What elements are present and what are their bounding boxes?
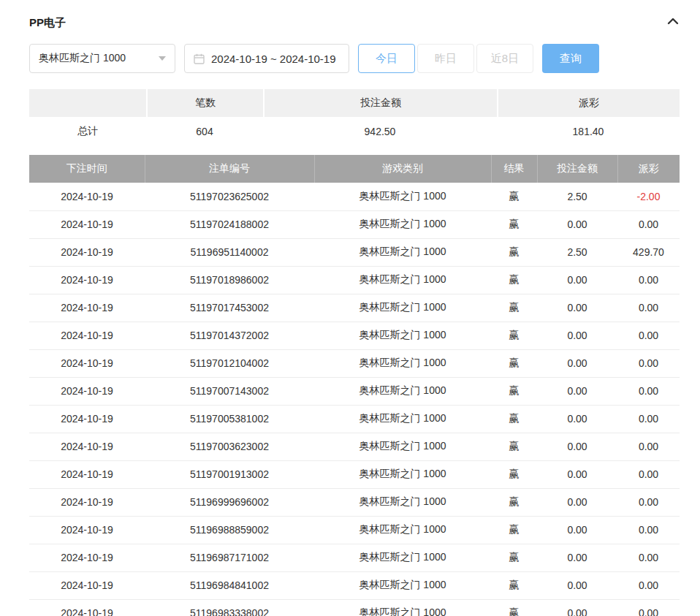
table-row: 2024-10-19 51197005381002 奥林匹斯之门 1000 赢 … xyxy=(29,405,680,433)
summary-total-payout: 181.40 xyxy=(497,117,680,146)
cell-payout: 0.00 xyxy=(617,544,680,571)
table-row: 2024-10-19 51197007143002 奥林匹斯之门 1000 赢 … xyxy=(29,377,680,405)
table-row: 2024-10-19 51196999696002 奥林匹斯之门 1000 赢 … xyxy=(29,488,680,516)
cell-bet-amount: 0.00 xyxy=(537,405,617,433)
cell-bet-amount: 0.00 xyxy=(537,599,617,616)
cell-bet-number: 51197007143002 xyxy=(145,377,314,405)
cell-payout: 0.00 xyxy=(617,266,680,294)
cell-payout: 0.00 xyxy=(617,571,680,599)
summary-table: 笔数 投注金额 派彩 总计 604 942.50 181.40 xyxy=(29,89,680,146)
table-row: 2024-10-19 51197014372002 奥林匹斯之门 1000 赢 … xyxy=(29,322,680,349)
cell-bet-number: 51197023625002 xyxy=(145,183,314,210)
cell-bet-number: 51197001913002 xyxy=(145,460,314,488)
cell-result: 赢 xyxy=(491,377,537,405)
cell-bet-number: 51197012104002 xyxy=(145,349,314,377)
summary-total-label: 总计 xyxy=(29,117,146,146)
bet-records-table: 下注时间 注单编号 游戏类别 结果 投注金额 派彩 2024-10-19 511… xyxy=(29,155,680,616)
summary-header-bet-amount: 投注金额 xyxy=(263,89,497,117)
table-row: 2024-10-19 51197003623002 奥林匹斯之门 1000 赢 … xyxy=(29,433,680,460)
cell-result: 赢 xyxy=(491,488,537,516)
date-range-picker[interactable]: 2024-10-19 ~ 2024-10-19 xyxy=(184,44,349,73)
cell-bet-amount: 0.00 xyxy=(537,460,617,488)
cell-bet-number: 51197017453002 xyxy=(145,294,314,322)
cell-bet-amount: 0.00 xyxy=(537,544,617,571)
cell-result: 赢 xyxy=(491,460,537,488)
today-button[interactable]: 今日 xyxy=(358,44,415,73)
table-row: 2024-10-19 51196951140002 奥林匹斯之门 1000 赢 … xyxy=(29,238,680,266)
cell-bet-number: 51197003623002 xyxy=(145,433,314,460)
last-8-days-button[interactable]: 近8日 xyxy=(476,44,533,73)
table-row: 2024-10-19 51197012104002 奥林匹斯之门 1000 赢 … xyxy=(29,349,680,377)
panel-header: PP电子 xyxy=(29,13,680,32)
cell-bet-amount: 0.00 xyxy=(537,516,617,544)
collapse-button[interactable] xyxy=(666,16,680,29)
game-select[interactable]: 奥林匹斯之门 1000 xyxy=(29,44,175,73)
cell-payout: 0.00 xyxy=(617,349,680,377)
cell-bet-time: 2024-10-19 xyxy=(29,266,145,294)
cell-bet-time: 2024-10-19 xyxy=(29,322,145,349)
summary-header-row: 笔数 投注金额 派彩 xyxy=(29,89,680,117)
cell-bet-number: 51197018986002 xyxy=(145,266,314,294)
cell-game-category: 奥林匹斯之门 1000 xyxy=(314,571,491,599)
cell-bet-amount: 0.00 xyxy=(537,349,617,377)
cell-result: 赢 xyxy=(491,516,537,544)
cell-game-category: 奥林匹斯之门 1000 xyxy=(314,349,491,377)
cell-bet-amount: 0.00 xyxy=(537,322,617,349)
cell-bet-number: 51197024188002 xyxy=(145,210,314,238)
cell-result: 赢 xyxy=(491,294,537,322)
column-header-payout: 派彩 xyxy=(617,155,680,183)
column-header-bet-time: 下注时间 xyxy=(29,155,145,183)
cell-bet-number: 51197014372002 xyxy=(145,322,314,349)
query-button[interactable]: 查询 xyxy=(542,44,599,73)
cell-payout: -2.00 xyxy=(617,183,680,210)
cell-bet-number: 51196988859002 xyxy=(145,516,314,544)
cell-bet-time: 2024-10-19 xyxy=(29,516,145,544)
cell-game-category: 奥林匹斯之门 1000 xyxy=(314,433,491,460)
cell-game-category: 奥林匹斯之门 1000 xyxy=(314,238,491,266)
table-row: 2024-10-19 51196988859002 奥林匹斯之门 1000 赢 … xyxy=(29,516,680,544)
cell-bet-number: 51196987171002 xyxy=(145,544,314,571)
cell-game-category: 奥林匹斯之门 1000 xyxy=(314,183,491,210)
cell-payout: 0.00 xyxy=(617,322,680,349)
date-range-value: 2024-10-19 ~ 2024-10-19 xyxy=(211,53,336,65)
cell-game-category: 奥林匹斯之门 1000 xyxy=(314,516,491,544)
table-row: 2024-10-19 51197024188002 奥林匹斯之门 1000 赢 … xyxy=(29,210,680,238)
cell-result: 赢 xyxy=(491,266,537,294)
cell-payout: 0.00 xyxy=(617,294,680,322)
yesterday-button[interactable]: 昨日 xyxy=(417,44,474,73)
cell-payout: 0.00 xyxy=(617,516,680,544)
cell-result: 赢 xyxy=(491,349,537,377)
cell-bet-time: 2024-10-19 xyxy=(29,433,145,460)
chevron-up-icon xyxy=(666,16,680,29)
table-row: 2024-10-19 51196987171002 奥林匹斯之门 1000 赢 … xyxy=(29,544,680,571)
cell-result: 赢 xyxy=(491,405,537,433)
filter-bar: 奥林匹斯之门 1000 2024-10-19 ~ 2024-10-19 今日 昨… xyxy=(29,44,680,73)
cell-bet-time: 2024-10-19 xyxy=(29,405,145,433)
cell-bet-number: 51197005381002 xyxy=(145,405,314,433)
cell-bet-amount: 2.50 xyxy=(537,183,617,210)
column-header-game-category: 游戏类别 xyxy=(314,155,491,183)
cell-payout: 0.00 xyxy=(617,433,680,460)
chevron-down-icon xyxy=(159,56,166,61)
table-row: 2024-10-19 51197023625002 奥林匹斯之门 1000 赢 … xyxy=(29,183,680,210)
cell-bet-amount: 2.50 xyxy=(537,238,617,266)
table-row: 2024-10-19 51197017453002 奥林匹斯之门 1000 赢 … xyxy=(29,294,680,322)
summary-total-count: 604 xyxy=(146,117,263,146)
cell-bet-time: 2024-10-19 xyxy=(29,294,145,322)
summary-header-count: 笔数 xyxy=(146,89,263,117)
cell-bet-time: 2024-10-19 xyxy=(29,488,145,516)
cell-game-category: 奥林匹斯之门 1000 xyxy=(314,377,491,405)
cell-game-category: 奥林匹斯之门 1000 xyxy=(314,322,491,349)
column-header-result: 结果 xyxy=(491,155,537,183)
cell-game-category: 奥林匹斯之门 1000 xyxy=(314,210,491,238)
cell-bet-number: 51196984841002 xyxy=(145,571,314,599)
cell-result: 赢 xyxy=(491,210,537,238)
cell-bet-time: 2024-10-19 xyxy=(29,238,145,266)
cell-bet-time: 2024-10-19 xyxy=(29,544,145,571)
summary-header-empty xyxy=(29,89,146,117)
cell-payout: 429.70 xyxy=(617,238,680,266)
cell-payout: 0.00 xyxy=(617,405,680,433)
cell-result: 赢 xyxy=(491,433,537,460)
cell-bet-time: 2024-10-19 xyxy=(29,183,145,210)
cell-result: 赢 xyxy=(491,183,537,210)
